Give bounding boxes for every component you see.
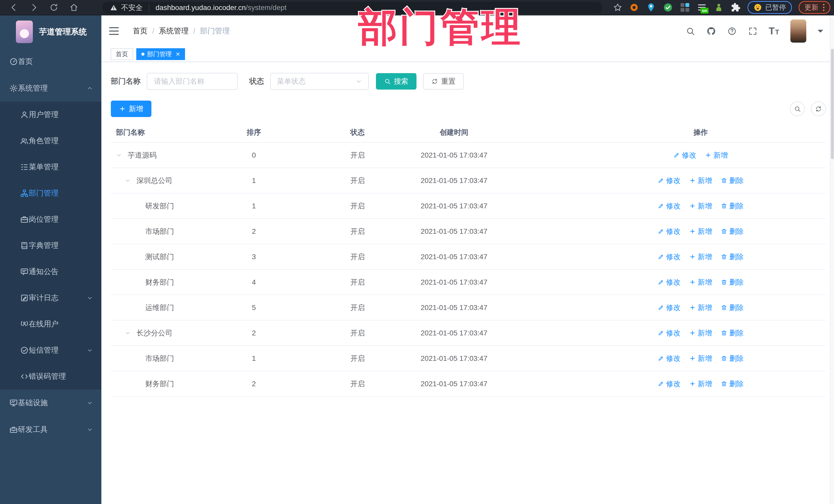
sidebar-item-user[interactable]: 用户管理 <box>0 102 101 128</box>
extension-grid-icon[interactable] <box>680 2 690 13</box>
extension-green-check-icon[interactable] <box>663 2 673 13</box>
tab-首页[interactable]: 首页 <box>111 48 133 60</box>
add-action-link[interactable]: 新增 <box>689 252 712 262</box>
delete-action-link[interactable]: 删除 <box>721 278 744 287</box>
reset-button[interactable]: 重置 <box>423 73 464 90</box>
add-action-link[interactable]: 新增 <box>689 379 712 389</box>
help-icon[interactable] <box>727 26 737 36</box>
hide-search-button[interactable] <box>790 101 805 116</box>
delete-action-link[interactable]: 删除 <box>721 201 744 211</box>
add-button[interactable]: 新增 <box>111 101 151 117</box>
sort-cell: 1 <box>207 202 300 210</box>
paused-badge[interactable]: 已暂停 <box>748 1 792 14</box>
sidebar-item-dict[interactable]: 字典管理 <box>0 233 101 259</box>
fullscreen-icon[interactable] <box>748 26 758 36</box>
sidebar-submenu: 用户管理角色管理菜单管理部门管理岗位管理字典管理通知公告审计日志在线用户短信管理… <box>0 102 101 390</box>
edit-action-link[interactable]: 修改 <box>658 278 681 287</box>
github-icon[interactable] <box>706 26 716 36</box>
sidebar-item-menu[interactable]: 菜单管理 <box>0 154 101 180</box>
sidebar-item-error-code[interactable]: 错误码管理 <box>0 364 101 390</box>
home-icon[interactable] <box>69 3 79 12</box>
sidebar-item-dept[interactable]: 部门管理 <box>0 180 101 206</box>
sidebar-item-infra[interactable]: 基础设施 <box>0 390 101 416</box>
sidebar-item-sms[interactable]: 短信管理 <box>0 337 101 364</box>
table-row: 财务部门2开启2021-01-05 17:03:47修改新增删除 <box>111 371 826 397</box>
update-button[interactable]: 更新 <box>798 1 830 14</box>
add-action-link[interactable]: 新增 <box>689 354 712 364</box>
caret-down-icon[interactable] <box>817 30 823 36</box>
action-label: 新增 <box>698 303 712 312</box>
refresh-button[interactable] <box>811 101 826 116</box>
close-icon[interactable]: × <box>176 50 180 58</box>
add-action-link[interactable]: 新增 <box>689 226 712 236</box>
dept-name-cell: 长沙分公司 <box>111 328 207 338</box>
back-icon[interactable] <box>9 3 19 12</box>
sort-cell: 4 <box>207 278 300 286</box>
delete-action-link[interactable]: 删除 <box>721 303 744 312</box>
add-action-link[interactable]: 新增 <box>689 328 712 338</box>
delete-action-link[interactable]: 删除 <box>721 379 744 389</box>
hamburger-icon[interactable] <box>109 27 119 35</box>
sidebar-item-online-user[interactable]: 在线用户 <box>0 311 101 337</box>
extension-orange-ring-icon[interactable] <box>629 2 639 13</box>
delete-action-link[interactable]: 删除 <box>721 176 744 185</box>
page-scrollbar[interactable] <box>830 15 834 504</box>
expand-arrow-icon[interactable] <box>125 330 132 336</box>
edit-action-link[interactable]: 修改 <box>658 226 681 236</box>
sidebar-item-home[interactable]: 首页 <box>0 48 101 75</box>
add-action-link[interactable]: 新增 <box>689 278 712 287</box>
edit-action-link[interactable]: 修改 <box>658 252 681 262</box>
delete-icon <box>721 203 727 209</box>
edit-action-link[interactable]: 修改 <box>658 201 681 211</box>
search-button[interactable]: 搜索 <box>376 73 416 90</box>
address-bar[interactable]: 不安全 dashboard.yudao.iocoder.cn/system/de… <box>102 2 602 14</box>
edit-action-link[interactable]: 修改 <box>673 150 696 160</box>
tab-部门管理[interactable]: 部门管理× <box>136 48 185 60</box>
action-label: 修改 <box>682 150 696 160</box>
add-action-link[interactable]: 新增 <box>689 176 712 185</box>
sidebar-item-audit-log[interactable]: 审计日志 <box>0 285 101 311</box>
delete-action-link[interactable]: 删除 <box>721 252 744 262</box>
sort-cell: 5 <box>207 304 300 312</box>
status-cell: 开启 <box>300 303 415 312</box>
extension-list-on-icon[interactable]: on <box>697 2 707 13</box>
extension-puzzle-icon[interactable] <box>730 2 741 13</box>
star-icon[interactable] <box>613 3 622 12</box>
add-action-link[interactable]: 新增 <box>705 150 728 160</box>
delete-action-link[interactable]: 删除 <box>721 226 744 236</box>
edit-action-link[interactable]: 修改 <box>658 354 681 364</box>
sidebar-item-label: 短信管理 <box>29 345 59 355</box>
edit-action-link[interactable]: 修改 <box>658 379 681 389</box>
search-icon[interactable] <box>686 26 695 36</box>
sidebar-item-post[interactable]: 岗位管理 <box>0 206 101 233</box>
sidebar-item-dev-tools[interactable]: 研发工具 <box>0 416 101 443</box>
extension-green-figure-icon[interactable] <box>714 2 724 13</box>
kebab-menu-icon[interactable] <box>823 4 825 11</box>
edit-action-link[interactable]: 修改 <box>658 328 681 338</box>
action-label: 修改 <box>666 354 681 364</box>
sidebar-item-notice[interactable]: 通知公告 <box>0 259 101 285</box>
delete-action-link[interactable]: 删除 <box>721 328 744 338</box>
dept-name-input[interactable] <box>147 73 238 90</box>
status-select[interactable]: 菜单状态 <box>270 73 369 90</box>
sidebar-item-role[interactable]: 角色管理 <box>0 128 101 154</box>
url-path: /system/dept <box>246 4 287 12</box>
sidebar-logo-row[interactable]: 芋道管理系统 <box>0 15 101 48</box>
add-action-link[interactable]: 新增 <box>689 303 712 312</box>
edit-action-link[interactable]: 修改 <box>658 176 681 185</box>
font-size-icon[interactable]: TT <box>769 26 780 37</box>
expand-arrow-icon[interactable] <box>116 152 124 158</box>
sidebar-item-system[interactable]: 系统管理 <box>0 75 101 102</box>
expand-arrow-icon[interactable] <box>125 178 132 183</box>
extension-blue-pin-icon[interactable] <box>646 2 656 13</box>
forward-icon[interactable] <box>29 3 39 12</box>
delete-action-link[interactable]: 删除 <box>721 354 744 364</box>
scrollbar-thumb[interactable] <box>831 49 834 159</box>
action-label: 新增 <box>698 379 712 389</box>
edit-action-link[interactable]: 修改 <box>658 303 681 312</box>
reload-icon[interactable] <box>49 3 59 12</box>
breadcrumb-item[interactable]: 首页 <box>133 26 148 36</box>
add-action-link[interactable]: 新增 <box>689 201 712 211</box>
breadcrumb-item[interactable]: 系统管理 <box>159 26 189 36</box>
user-avatar[interactable] <box>790 20 806 43</box>
